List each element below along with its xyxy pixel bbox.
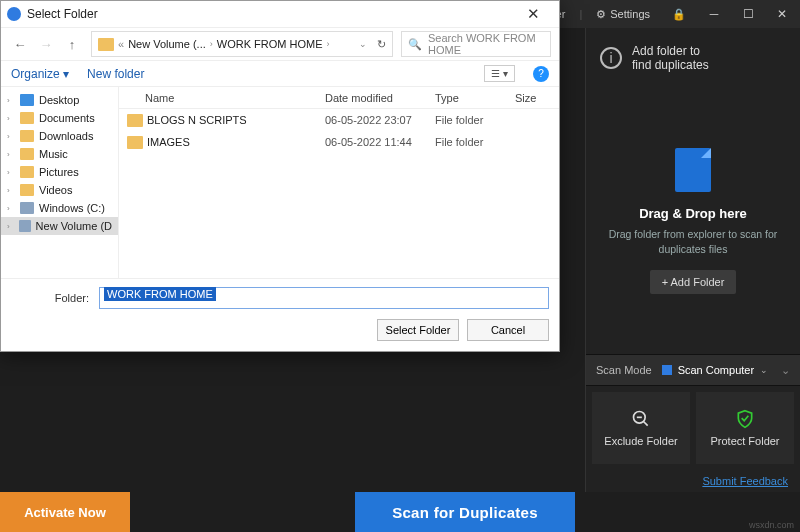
- exclude-folder-button[interactable]: Exclude Folder: [592, 392, 690, 464]
- add-folder-hint: i Add folder to find duplicates: [586, 28, 800, 88]
- protect-label: Protect Folder: [710, 435, 779, 447]
- dialog-toolbar: Organize ▾ New folder ☰ ▾ ?: [1, 61, 559, 87]
- folder-field-label: Folder:: [11, 292, 89, 304]
- tree-node[interactable]: ›Downloads: [1, 127, 118, 145]
- file-row[interactable]: BLOGS N SCRIPTS06-05-2022 23:07File fold…: [119, 109, 559, 131]
- document-icon: [675, 148, 711, 192]
- tree-node[interactable]: ›Pictures: [1, 163, 118, 181]
- col-date[interactable]: Date modified: [325, 92, 435, 104]
- folder-tree[interactable]: ›Desktop›Documents›Downloads›Music›Pictu…: [1, 87, 119, 278]
- settings-label: Settings: [610, 8, 650, 20]
- tree-node[interactable]: ›Windows (C:): [1, 199, 118, 217]
- search-input[interactable]: 🔍 Search WORK FROM HOME: [401, 31, 551, 57]
- file-row[interactable]: IMAGES06-05-2022 11:44File folder: [119, 131, 559, 153]
- dialog-close-button[interactable]: ✕: [513, 5, 553, 23]
- refresh-button[interactable]: ↻: [377, 38, 386, 51]
- dialog-nav-bar: ← → ↑ « New Volume (... › WORK FROM HOME…: [1, 27, 559, 61]
- folder-icon: [98, 38, 114, 51]
- activate-now-button[interactable]: Activate Now: [0, 492, 130, 532]
- submit-feedback-link[interactable]: Submit Feedback: [702, 475, 788, 487]
- watermark: wsxdn.com: [749, 520, 794, 530]
- search-icon: 🔍: [408, 38, 422, 51]
- feedback-row: Submit Feedback: [586, 470, 800, 492]
- shield-check-icon: [735, 409, 755, 429]
- scan-for-duplicates-button[interactable]: Scan for Duplicates: [355, 492, 575, 532]
- view-menu[interactable]: ☰ ▾: [484, 65, 515, 82]
- dialog-title-bar: Select Folder ✕: [1, 1, 559, 27]
- help-button[interactable]: ?: [533, 66, 549, 82]
- app-footer: Activate Now Scan for Duplicates: [0, 492, 800, 532]
- crumb-dropdown-icon[interactable]: ⌄: [359, 39, 367, 49]
- cancel-button[interactable]: Cancel: [467, 319, 549, 341]
- select-folder-dialog: Select Folder ✕ ← → ↑ « New Volume (... …: [0, 0, 560, 352]
- col-name[interactable]: Name: [145, 92, 325, 104]
- search-placeholder: Search WORK FROM HOME: [428, 32, 544, 56]
- scan-mode-expand-button[interactable]: ⌄: [771, 364, 800, 377]
- breadcrumb[interactable]: « New Volume (... › WORK FROM HOME › ⌄ ↻: [91, 31, 393, 57]
- select-folder-button[interactable]: Select Folder: [377, 319, 459, 341]
- col-type[interactable]: Type: [435, 92, 515, 104]
- hint-line1: Add folder to: [632, 44, 709, 58]
- folder-icon: [127, 114, 143, 127]
- dialog-title: Select Folder: [27, 7, 513, 21]
- app-icon: [7, 7, 21, 21]
- lock-icon[interactable]: 🔒: [664, 0, 694, 28]
- organize-menu[interactable]: Organize ▾: [11, 67, 69, 81]
- tree-node[interactable]: ›Desktop: [1, 91, 118, 109]
- file-list: Name Date modified Type Size BLOGS N SCR…: [119, 87, 559, 278]
- exclude-label: Exclude Folder: [604, 435, 677, 447]
- settings-button[interactable]: ⚙ Settings: [588, 0, 658, 28]
- nav-back-button[interactable]: ←: [9, 37, 31, 52]
- app-side-panel: i Add folder to find duplicates Drag & D…: [585, 28, 800, 492]
- protect-folder-button[interactable]: Protect Folder: [696, 392, 794, 464]
- file-header[interactable]: Name Date modified Type Size: [119, 87, 559, 109]
- info-icon: i: [600, 47, 622, 69]
- nav-up-button[interactable]: ↑: [61, 37, 83, 52]
- col-size[interactable]: Size: [515, 92, 555, 104]
- tree-node[interactable]: ›Music: [1, 145, 118, 163]
- magnify-minus-icon: [631, 409, 651, 429]
- tree-node[interactable]: ›Documents: [1, 109, 118, 127]
- folder-name-value: WORK FROM HOME: [104, 287, 216, 301]
- drop-title: Drag & Drop here: [639, 206, 747, 221]
- close-button[interactable]: ✕: [768, 7, 796, 21]
- svg-line-1: [644, 422, 648, 426]
- computer-icon: [662, 365, 672, 375]
- scan-mode-value: Scan Computer: [678, 364, 754, 376]
- maximize-button[interactable]: ☐: [734, 7, 762, 21]
- crumb-1[interactable]: New Volume (...: [128, 38, 206, 50]
- add-folder-button[interactable]: + Add Folder: [650, 270, 737, 294]
- new-folder-button[interactable]: New folder: [87, 67, 144, 81]
- scan-mode-bar: Scan Mode Scan Computer ⌄ ⌄: [586, 354, 800, 386]
- dialog-bottom: Folder: WORK FROM HOME Select Folder Can…: [1, 278, 559, 351]
- tree-node[interactable]: ›New Volume (D: [1, 217, 118, 235]
- hint-line2: find duplicates: [632, 58, 709, 72]
- folder-icon: [127, 136, 143, 149]
- scan-mode-select[interactable]: Scan Computer ⌄: [662, 364, 771, 376]
- drop-zone[interactable]: Drag & Drop here Drag folder from explor…: [586, 88, 800, 354]
- folder-name-input[interactable]: WORK FROM HOME: [99, 287, 549, 309]
- tree-node[interactable]: ›Videos: [1, 181, 118, 199]
- drop-subtitle: Drag folder from explorer to scan for du…: [596, 227, 790, 256]
- crumb-2[interactable]: WORK FROM HOME: [217, 38, 323, 50]
- nav-forward-button[interactable]: →: [35, 37, 57, 52]
- scan-mode-label: Scan Mode: [586, 364, 662, 376]
- minimize-button[interactable]: ─: [700, 7, 728, 21]
